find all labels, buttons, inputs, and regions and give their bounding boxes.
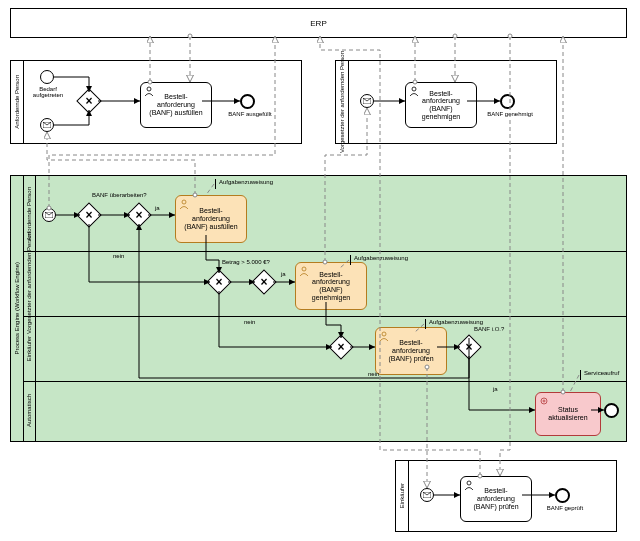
annotation-3: Aufgabenzuweisung [425,319,483,329]
event-pe-start [42,208,56,222]
pool-engine-label: Process Engine (Workflow Engine) [14,262,20,355]
svg-point-8 [541,398,547,404]
svg-point-3 [412,87,416,91]
task-pe-check: Bestell- anforderung (BANF) prüfen [375,327,447,375]
event-vg-end-label: BANF genehmigt [482,111,538,117]
event-vg-start [360,94,374,108]
annotation-2: Aufgabenzuweisung [350,255,408,265]
event-ap-start1 [40,70,54,84]
label-nein-3: nein [368,371,379,377]
user-icon [179,199,189,209]
event-ek-start [420,488,434,502]
pool-anfordernde-label: Anfordernde Person [14,75,20,129]
task-vg-approve-label: Bestell- anforderung (BANF) genehmigen [410,90,472,121]
label-nein-1: nein [113,253,124,259]
task-vg-approve: Bestell- anforderung (BANF) genehmigen [405,82,477,128]
annotation-1: Aufgabenzuweisung [215,179,273,189]
task-pe-approve: Bestell- anforderung (BANF) genehmigen [295,262,367,310]
gateway-pe-g3: × [210,273,228,291]
task-pe-status-label: Status aktualisieren [540,406,596,421]
user-icon [409,86,419,96]
user-icon [464,480,474,490]
event-ek-end-label: BANF geprüft [540,505,590,511]
label-ja-2: ja [281,271,286,277]
message-icon [43,122,51,128]
user-icon [144,86,154,96]
event-ek-end [555,488,570,503]
svg-point-7 [382,332,386,336]
gateway-pe-g4: × [255,273,273,291]
task-ek-check-label: Bestell- anforderung (BANF) prüfen [465,487,527,510]
event-ap-end [240,94,255,109]
label-ja-3: ja [493,386,498,392]
pool-vorgesetzter-label: Vorgesetzter der anfordernden Person [339,51,345,153]
gateway-pe-g3-label: Betrag > 5.000 €? [222,259,270,265]
gateway-pe-g1-label: BANF überarbeiten? [92,192,147,198]
gateway-pe-g5: × [332,338,350,356]
event-vg-end [500,94,515,109]
label-nein-2: nein [244,319,255,325]
event-ap-end-label: BANF ausgefüllt [222,111,278,117]
gear-icon [539,396,549,406]
gateway-pe-g1: × [80,206,98,224]
task-pe-status: Status aktualisieren [535,392,601,436]
task-ap-fill: Bestell- anforderung (BANF) ausfüllen [140,82,212,128]
pool-einkaeufer-label: Einkäufer [399,483,405,508]
svg-point-1 [147,87,151,91]
gateway-pe-g6: × [460,338,478,356]
pool-erp-label: ERP [310,19,326,28]
annotation-4: Serviceaufruf [580,370,619,380]
user-icon [299,266,309,276]
pool-erp: ERP [10,8,627,38]
lane-einkaeufer-label: Einkäufer [26,336,32,361]
gateway-pe-g2: × [130,206,148,224]
bpmn-diagram: ERP Anfordernde Person Bedarf aufgetrete… [0,0,640,541]
user-icon [379,331,389,341]
lane-automatisch-label: Automatisch [26,394,32,427]
event-pe-end [604,403,619,418]
event-ap-start2 [40,118,54,132]
task-pe-fill-label: Bestell- anforderung (BANF) ausfüllen [180,207,242,230]
task-ap-fill-label: Bestell- anforderung (BANF) ausfüllen [145,93,207,116]
message-icon [363,98,371,104]
svg-point-6 [302,267,306,271]
gateway-ap-merge: × [80,92,98,110]
event-ap-start1-label: Bedarf aufgetreten [28,86,68,98]
label-ja-1: ja [155,205,160,211]
svg-point-5 [182,200,186,204]
task-pe-approve-label: Bestell- anforderung (BANF) genehmigen [300,271,362,302]
message-icon [45,212,53,218]
svg-point-11 [467,481,471,485]
task-ek-check: Bestell- anforderung (BANF) prüfen [460,476,532,522]
task-pe-check-label: Bestell- anforderung (BANF) prüfen [380,339,442,362]
task-pe-fill: Bestell- anforderung (BANF) ausfüllen [175,195,247,243]
svg-point-9 [543,400,545,402]
message-icon [423,492,431,498]
